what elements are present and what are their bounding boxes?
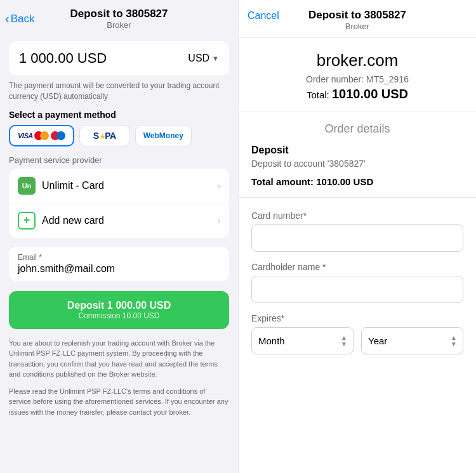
month-col: Month 010203 040506 070809 101112 ▲▼ [251, 327, 354, 354]
currency-select[interactable]: USD ▼ [188, 53, 219, 64]
left-title-block: Deposit to 3805827 Broker [70, 8, 168, 30]
left-subtitle: Broker [70, 20, 168, 30]
month-select[interactable]: Month 010203 040506 070809 101112 [251, 327, 354, 354]
currency-arrow-icon: ▼ [212, 55, 219, 62]
payment-method-label: Select a payment method [9, 110, 229, 120]
webmoney-logo: WebMoney [143, 131, 183, 140]
disclaimer-2: Please read the Unlimint PSP FZ-LLC's te… [9, 386, 229, 418]
right-panel: Cancel Deposit to 3805827 Broker broker.… [238, 0, 476, 473]
order-details-title: Order details [251, 122, 463, 136]
add-card-chevron-icon: › [217, 216, 220, 226]
year-select[interactable]: Year 202420252026 202720282029 [361, 327, 463, 354]
payment-sepa-btn[interactable]: S★PA [79, 125, 130, 146]
visa-logo: VISA [18, 132, 33, 139]
card-form-section: Card number* Cardholder name * Expires* … [239, 198, 476, 367]
amount-value: 1 000.00 USD [19, 50, 107, 67]
back-label: Back [11, 13, 35, 25]
card-item-unlimit[interactable]: Un Unlimit - Card › [9, 169, 229, 204]
left-main-title: Deposit to 3805827 [70, 8, 168, 20]
cardholder-input[interactable] [251, 276, 463, 303]
left-header: ‹ Back Deposit to 3805827 Broker [0, 0, 238, 35]
month-select-wrapper: Month 010203 040506 070809 101112 ▲▼ [251, 327, 354, 354]
order-number: Order number: MT5_2916 [251, 74, 463, 84]
cancel-button[interactable]: Cancel [248, 10, 279, 22]
expires-row: Month 010203 040506 070809 101112 ▲▼ Yea… [251, 327, 463, 354]
payment-visa-btn[interactable]: VISA [9, 125, 74, 146]
deposit-button-sub: Commission 10.00 USD [18, 311, 220, 320]
total-line: Total: 1010.00 USD [251, 87, 463, 101]
email-label: Email * [18, 253, 220, 262]
year-select-wrapper: Year 202420252026 202720282029 ▲▼ [361, 327, 463, 354]
card-list: Un Unlimit - Card › + Add new card › [9, 169, 229, 238]
total-label: Total: [307, 89, 329, 100]
convert-note: The payment amount will be converted to … [9, 81, 229, 102]
diners-icon [51, 131, 65, 140]
broker-name: broker.com [251, 51, 463, 70]
deposit-button-main: Deposit 1 000.00 USD [18, 300, 220, 311]
provider-label: Payment service provider [9, 155, 229, 165]
right-content: broker.com Order number: MT5_2916 Total:… [239, 38, 476, 473]
total-value: 1010.00 USD [332, 87, 408, 101]
order-total: Total amount: 1010.00 USD [251, 176, 463, 187]
expires-label: Expires* [251, 313, 463, 323]
card-number-input[interactable] [251, 224, 463, 252]
card-number-label: Card number* [251, 211, 463, 221]
right-main-title: Deposit to 3805827 [308, 9, 406, 22]
deposit-button[interactable]: Deposit 1 000.00 USD Commission 10.00 US… [9, 291, 229, 329]
unlimit-label: Unlimit - Card [42, 180, 217, 191]
year-col: Year 202420252026 202720282029 ▲▼ [361, 327, 463, 354]
disclaimer-1: You are about to replenish your trading … [9, 338, 229, 380]
back-button[interactable]: ‹ Back [5, 11, 34, 26]
amount-card: 1 000.00 USD USD ▼ [9, 41, 229, 75]
payment-webmoney-btn[interactable]: WebMoney [135, 125, 192, 146]
right-title-block: Deposit to 3805827 Broker [308, 9, 406, 31]
add-card-label: Add new card [42, 215, 217, 226]
right-subtitle: Broker [308, 22, 406, 31]
mastercard-icon [34, 131, 49, 140]
currency-value: USD [188, 53, 209, 64]
right-header: Cancel Deposit to 3805827 Broker [239, 0, 476, 38]
order-description: Deposit to account '3805827' [251, 159, 463, 169]
left-panel: ‹ Back Deposit to 3805827 Broker 1 000.0… [0, 0, 238, 473]
card-item-add[interactable]: + Add new card › [9, 204, 229, 238]
cardholder-label: Cardholder name * [251, 262, 463, 272]
email-card: Email * john.smith@mail.com [9, 247, 229, 281]
add-card-icon: + [18, 212, 36, 230]
email-value: john.smith@mail.com [18, 263, 220, 275]
chevron-left-icon: ‹ [5, 11, 10, 26]
left-content: 1 000.00 USD USD ▼ The payment amount wi… [0, 35, 238, 473]
sepa-logo: S★PA [93, 131, 116, 141]
broker-section: broker.com Order number: MT5_2916 Total:… [239, 38, 476, 112]
order-type: Deposit [251, 145, 463, 156]
unlimit-icon: Un [18, 177, 36, 195]
order-details-section: Order details Deposit Deposit to account… [239, 112, 476, 198]
payment-methods: VISA S★PA WebMoney [9, 125, 229, 146]
unlimit-chevron-icon: › [217, 181, 220, 191]
